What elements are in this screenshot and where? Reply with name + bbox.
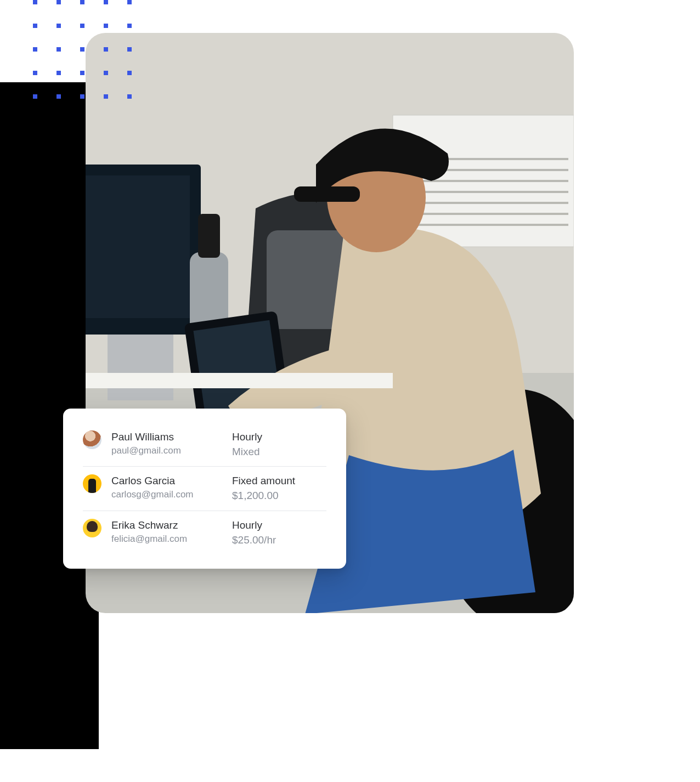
avatar bbox=[83, 430, 101, 449]
avatar bbox=[83, 474, 101, 493]
pay-value: Mixed bbox=[232, 445, 326, 459]
employee-pay-card: Paul Williams paul@gmail.com Hourly Mixe… bbox=[63, 409, 346, 569]
employee-email: paul@gmail.com bbox=[111, 445, 232, 457]
employee-row[interactable]: Paul Williams paul@gmail.com Hourly Mixe… bbox=[83, 423, 326, 466]
pay-type: Hourly bbox=[232, 519, 326, 532]
svg-rect-21 bbox=[86, 373, 393, 388]
svg-rect-20 bbox=[294, 186, 360, 202]
decorative-dot-grid bbox=[33, 0, 154, 110]
employee-row[interactable]: Erika Schwarz felicia@gmail.com Hourly $… bbox=[83, 511, 326, 554]
employee-name: Carlos Garcia bbox=[111, 474, 232, 488]
svg-rect-12 bbox=[108, 335, 173, 400]
employee-email: felicia@gmail.com bbox=[111, 533, 232, 546]
employee-name: Paul Williams bbox=[111, 430, 232, 444]
employee-email: carlosg@gmail.com bbox=[111, 489, 232, 501]
pay-type: Fixed amount bbox=[232, 474, 326, 488]
svg-rect-14 bbox=[198, 214, 220, 258]
pay-type: Hourly bbox=[232, 430, 326, 444]
svg-rect-11 bbox=[86, 175, 190, 318]
employee-name: Erika Schwarz bbox=[111, 519, 232, 532]
pay-value: $25.00/hr bbox=[232, 533, 326, 547]
pay-value: $1,200.00 bbox=[232, 489, 326, 503]
employee-row[interactable]: Carlos Garcia carlosg@gmail.com Fixed am… bbox=[83, 466, 326, 510]
avatar bbox=[83, 519, 101, 537]
